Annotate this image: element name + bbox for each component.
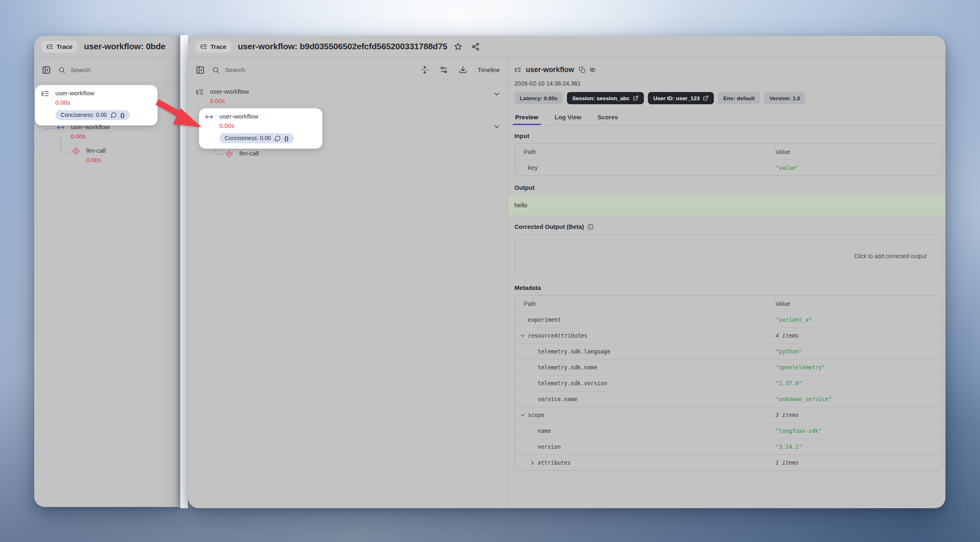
score-badge-label: Conciseness: 0.00 — [225, 135, 271, 141]
tree-node-grandchild[interactable]: llm-call — [225, 149, 259, 158]
download-icon[interactable] — [459, 66, 467, 74]
chevron-right-icon — [529, 460, 536, 466]
left-titlebar: Trace user-workflow: 0bde — [34, 36, 181, 57]
table-row-expandable[interactable]: attributes 1 items — [515, 454, 942, 470]
fold-vertical-icon[interactable] — [420, 66, 429, 74]
input-value: "value" — [776, 165, 799, 171]
star-icon[interactable] — [454, 42, 462, 51]
span-name: llm-call — [239, 149, 259, 158]
comment-bubble-icon — [111, 112, 117, 118]
metadata-path: resourceAttributes — [528, 332, 587, 339]
metadata-path: telemetry.sdk.name — [538, 364, 597, 371]
user-id-badge[interactable]: User ID: user_123 — [648, 92, 714, 104]
table-row: telemetry.sdk.name "opentelemetry" — [515, 359, 942, 375]
score-badge[interactable]: Conciseness: 0.00 {} — [55, 110, 130, 120]
table-row: telemetry.sdk.language "python" — [515, 343, 942, 359]
share-icon[interactable] — [471, 42, 480, 51]
table-header-row: Path Value — [515, 144, 942, 160]
latency-badge: Latency: 0.00s — [514, 92, 563, 104]
workflow-clover-icon — [225, 149, 234, 158]
main-search[interactable] — [212, 66, 413, 74]
trace-badges: Latency: 0.00s Session: session_abc User… — [514, 92, 938, 104]
main-toolbar: Timeline — [188, 57, 508, 83]
metadata-value: "python" — [776, 348, 802, 355]
metadata-value: "1.37.0" — [776, 380, 802, 386]
left-trace-tree: user-workflow 0.00s Conciseness: 0.00 {} — [34, 83, 181, 507]
timeline-toggle[interactable]: Timeline — [478, 67, 500, 73]
comment-bubble-icon — [275, 135, 281, 141]
table-row: version "3.14.1" — [515, 439, 942, 454]
trace-badge-label: Trace — [57, 43, 72, 50]
trace-badge: Trace — [195, 41, 231, 53]
main-trace-tree: user-workflow 0.00s user-workflow 0.00s — [188, 83, 508, 508]
metadata-table: Path Value experiment "variant_a" resour… — [514, 295, 943, 471]
input-section-heading: Input — [514, 132, 939, 139]
panel-collapse-icon[interactable] — [42, 66, 51, 75]
input-table: Path Value key "value" — [514, 143, 943, 176]
desktop-background: Trace user-workflow: 0bde — [0, 0, 980, 542]
chevron-down-icon[interactable] — [493, 90, 501, 98]
corrected-output-box[interactable]: Click to add corrected output — [514, 235, 943, 277]
chevron-down-icon[interactable] — [493, 123, 501, 131]
chevron-down-icon — [520, 412, 526, 418]
search-input[interactable] — [71, 66, 173, 74]
copy-id-icon[interactable] — [579, 66, 586, 73]
trace-window-main: Trace user-workflow: b9d035506502efcfd56… — [188, 36, 945, 508]
score-badge[interactable]: Conciseness: 0.00 {} — [219, 133, 294, 143]
preview-tab-content: Input Path Value key "value" Output he — [508, 125, 945, 508]
tab-log-view[interactable]: Log View — [554, 111, 582, 125]
tree-node-grandchild[interactable]: llm-call 0.00s — [72, 147, 106, 164]
input-path: key — [528, 165, 538, 171]
table-row: name "langfuse-sdk" — [515, 423, 942, 439]
json-braces-icon: {} — [284, 135, 289, 141]
metadata-path: experiment — [528, 316, 561, 323]
annotation-arrow — [146, 97, 223, 146]
metadata-section-heading: Metadata — [514, 284, 939, 291]
env-badge: Env: default — [718, 92, 760, 104]
metadata-path: name — [538, 428, 551, 434]
span-name: user-workflow — [210, 88, 249, 96]
main-tree-pane: Timeline user-workflow 0.00s — [188, 57, 508, 508]
corrected-output-heading: Corrected Output (Beta) — [514, 223, 939, 230]
list-tree-icon — [200, 43, 207, 50]
metadata-path: version — [538, 443, 561, 450]
table-row: key "value" — [515, 160, 942, 176]
metadata-path: attributes — [538, 459, 571, 466]
chevron-down-icon — [520, 333, 526, 339]
value-column-header: Value — [776, 301, 943, 307]
list-tree-icon — [514, 66, 521, 73]
left-toolbar — [34, 57, 181, 83]
detail-title: user-workflow — [526, 66, 574, 74]
table-row-expandable[interactable]: resourceAttributes 4 items — [515, 327, 942, 343]
search-icon — [212, 66, 220, 74]
span-duration: 0.00s — [219, 122, 294, 130]
left-window-title: user-workflow: 0bde — [84, 42, 173, 51]
session-badge[interactable]: Session: session_abc — [567, 92, 644, 104]
tree-node-root-highlighted[interactable]: user-workflow 0.00s Conciseness: 0.00 {} — [35, 85, 158, 125]
metadata-path: telemetry.sdk.version — [538, 380, 607, 386]
info-icon — [587, 224, 594, 230]
metadata-items-count: 3 items — [776, 412, 799, 418]
list-tree-icon — [41, 89, 50, 98]
search-input[interactable] — [225, 66, 413, 74]
corrected-output-heading-label: Corrected Output (Beta) — [514, 223, 584, 230]
metadata-value: "langfuse-sdk" — [776, 428, 822, 434]
output-content: hello — [508, 195, 945, 215]
tab-scores[interactable]: Scores — [597, 111, 619, 125]
table-row-expandable[interactable]: scope 3 items — [515, 407, 942, 423]
metadata-path: scope — [528, 412, 545, 418]
left-search[interactable] — [58, 66, 173, 74]
path-column-header: Path — [515, 149, 776, 155]
table-row: service.name "unknown_service" — [515, 391, 942, 407]
panel-collapse-icon[interactable] — [196, 66, 205, 75]
tree-node-child[interactable]: user-workflow 0.00s — [56, 123, 110, 140]
span-duration: 0.00s — [71, 132, 110, 140]
settings-sliders-icon[interactable] — [440, 66, 448, 74]
trace-detail-pane: user-workflow ID 2026-02-10 14:36:24.361… — [508, 57, 945, 508]
tab-preview[interactable]: Preview — [514, 111, 539, 125]
span-name: user-workflow — [219, 112, 294, 121]
score-badge-label: Conciseness: 0.00 — [61, 112, 107, 118]
search-icon — [58, 66, 66, 74]
metadata-value: "opentelemetry" — [776, 364, 825, 371]
value-column-header: Value — [776, 149, 943, 155]
